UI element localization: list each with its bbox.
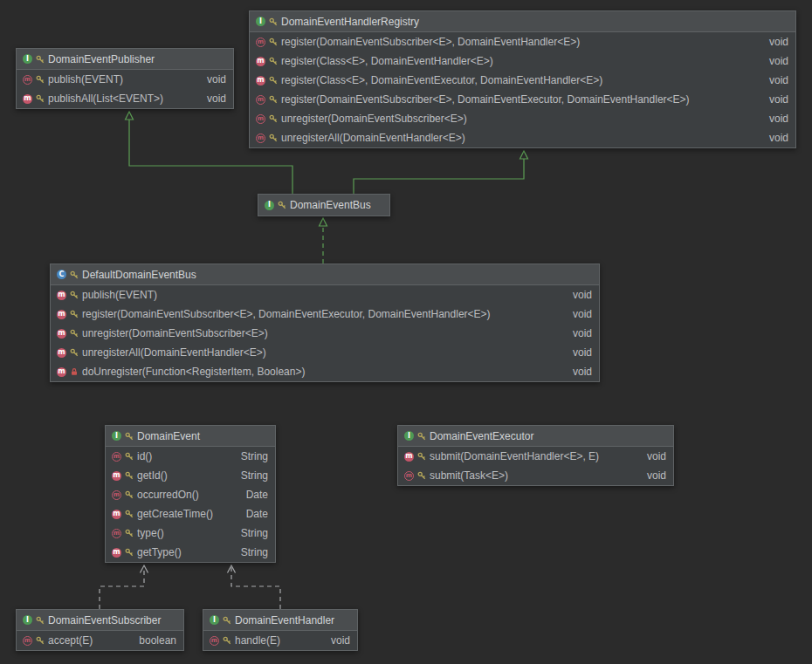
- member-signature: handle(E): [235, 634, 280, 647]
- abstract-method-icon: m: [404, 471, 414, 481]
- node-header[interactable]: IDomainEventExecutor: [398, 426, 673, 447]
- node-header[interactable]: IDomainEventHandler: [203, 610, 357, 631]
- member-signature: getId(): [137, 469, 168, 482]
- uml-node-domain-event-executor[interactable]: IDomainEventExecutormsubmit(DomainEventH…: [397, 425, 674, 486]
- node-body: mid()StringmgetId()StringmoccurredOn()Da…: [106, 447, 275, 562]
- public-key-icon: [125, 510, 134, 518]
- member-row[interactable]: mpublish(EVENT)void: [17, 70, 233, 89]
- method-icon: m: [57, 291, 66, 300]
- member-return-type: void: [322, 634, 350, 647]
- member-row[interactable]: munregisterAll(DomainEventHandler<E>)voi…: [51, 343, 599, 362]
- public-key-icon: [417, 452, 426, 461]
- member-row[interactable]: mpublishAll(List<EVENT>)void: [17, 89, 233, 108]
- interface-icon: I: [23, 615, 32, 625]
- method-icon: m: [57, 367, 66, 377]
- member-return-type: void: [638, 469, 666, 482]
- method-icon: m: [404, 452, 414, 462]
- public-key-icon: [223, 616, 231, 625]
- member-row[interactable]: munregister(DomainEventSubscriber<E>)voi…: [250, 109, 795, 128]
- diagram-canvas[interactable]: IDomainEventPublishermpublish(EVENT)void…: [0, 0, 812, 664]
- public-key-icon: [125, 548, 134, 557]
- member-signature: accept(E): [48, 634, 93, 647]
- node-body: msubmit(DomainEventHandler<E>, E)voidmsu…: [398, 447, 673, 485]
- node-header[interactable]: IDomainEvent: [106, 426, 275, 447]
- member-signature: publish(EVENT): [82, 289, 157, 301]
- member-row[interactable]: mgetId()String: [106, 466, 275, 485]
- node-title: DomainEventExecutor: [430, 430, 533, 442]
- member-signature: getCreateTime(): [137, 508, 213, 520]
- node-header[interactable]: IDomainEventPublisher: [17, 49, 233, 70]
- abstract-method-icon: m: [256, 133, 265, 143]
- class-icon: C: [57, 270, 66, 279]
- member-signature: unregisterAll(DomainEventHandler<E>): [82, 346, 266, 359]
- member-row[interactable]: maccept(E)boolean: [17, 631, 183, 650]
- member-signature: type(): [137, 527, 164, 539]
- member-return-type: void: [760, 93, 788, 106]
- node-body: mregister(DomainEventSubscriber<E>, Doma…: [250, 32, 795, 147]
- uml-node-domain-event-subscriber[interactable]: IDomainEventSubscribermaccept(E)boolean: [16, 609, 184, 651]
- member-row[interactable]: moccurredOn()Date: [106, 485, 275, 504]
- method-icon: m: [57, 329, 66, 339]
- member-return-type: void: [564, 346, 592, 359]
- uml-node-domain-event-handler-registry[interactable]: IDomainEventHandlerRegistrymregister(Dom…: [249, 10, 796, 148]
- member-return-type: void: [564, 327, 592, 339]
- interface-icon: I: [256, 17, 265, 26]
- node-header[interactable]: IDomainEventBus: [258, 195, 389, 216]
- member-row[interactable]: mpublish(EVENT)void: [51, 285, 599, 305]
- node-body: maccept(E)boolean: [17, 631, 183, 650]
- member-row[interactable]: msubmit(DomainEventHandler<E>, E)void: [398, 447, 673, 466]
- node-header[interactable]: IDomainEventHandlerRegistry: [250, 11, 795, 32]
- member-row[interactable]: msubmit(Task<E>)void: [398, 466, 673, 485]
- public-key-icon: [223, 636, 231, 645]
- member-row[interactable]: mregister(DomainEventSubscriber<E>, Doma…: [250, 32, 795, 51]
- member-row[interactable]: mregister(DomainEventSubscriber<E>, Doma…: [51, 305, 599, 324]
- member-signature: occurredOn(): [137, 489, 199, 501]
- node-title: DomainEventHandler: [235, 614, 334, 626]
- interface-icon: I: [210, 615, 219, 625]
- node-body: mpublish(EVENT)voidmregister(DomainEvent…: [51, 285, 599, 381]
- member-return-type: String: [232, 546, 268, 558]
- abstract-method-icon: m: [112, 529, 121, 538]
- member-row[interactable]: mgetType()String: [106, 543, 275, 562]
- member-row[interactable]: mtype()String: [106, 524, 275, 543]
- public-key-icon: [269, 133, 278, 142]
- member-row[interactable]: munregisterAll(DomainEventHandler<E>)voi…: [250, 128, 795, 147]
- public-key-icon: [269, 57, 278, 65]
- member-signature: doUnregister(Function<RegisterItem, Bool…: [82, 366, 305, 378]
- member-return-type: void: [760, 113, 788, 125]
- node-header[interactable]: IDomainEventSubscriber: [17, 610, 183, 631]
- member-row[interactable]: mregister(Class<E>, DomainEventExecutor,…: [250, 71, 795, 90]
- uml-node-domain-event-handler[interactable]: IDomainEventHandlermhandle(E)void: [203, 609, 358, 651]
- public-key-icon: [70, 291, 79, 299]
- uml-node-default-domain-event-bus[interactable]: CDefaultDomainEventBusmpublish(EVENT)voi…: [50, 264, 600, 382]
- node-title: DomainEventBus: [290, 199, 371, 211]
- member-row[interactable]: mregister(Class<E>, DomainEventHandler<E…: [250, 51, 795, 71]
- member-row[interactable]: munregister(DomainEventSubscriber<E>)voi…: [51, 324, 599, 343]
- member-return-type: String: [232, 527, 268, 539]
- member-return-type: void: [564, 366, 592, 378]
- public-key-icon: [417, 432, 426, 441]
- node-header[interactable]: CDefaultDomainEventBus: [51, 264, 599, 285]
- public-key-icon: [269, 38, 278, 46]
- interface-icon: I: [404, 431, 414, 441]
- node-title: DomainEvent: [137, 430, 200, 442]
- member-row[interactable]: mid()String: [106, 447, 275, 466]
- abstract-method-icon: m: [256, 95, 265, 105]
- member-row[interactable]: mhandle(E)void: [203, 631, 357, 650]
- public-key-icon: [36, 616, 45, 625]
- method-icon: m: [112, 471, 121, 481]
- uml-node-domain-event-publisher[interactable]: IDomainEventPublishermpublish(EVENT)void…: [16, 48, 234, 109]
- member-signature: submit(DomainEventHandler<E>, E): [430, 450, 599, 462]
- public-key-icon: [70, 348, 79, 357]
- private-lock-icon: [70, 367, 79, 376]
- edge-domaineventhandler-dependency-domainevent: [231, 565, 280, 609]
- uml-node-domain-event[interactable]: IDomainEventmid()StringmgetId()Stringmoc…: [105, 425, 276, 563]
- member-row[interactable]: mregister(DomainEventSubscriber<E>, Doma…: [250, 90, 795, 109]
- member-row[interactable]: mgetCreateTime()Date: [106, 504, 275, 524]
- member-return-type: void: [198, 92, 226, 105]
- member-signature: id(): [137, 450, 152, 462]
- public-key-icon: [125, 471, 134, 480]
- abstract-method-icon: m: [112, 452, 121, 462]
- member-row[interactable]: mdoUnregister(Function<RegisterItem, Boo…: [51, 362, 599, 381]
- uml-node-domain-event-bus[interactable]: IDomainEventBus: [258, 194, 390, 216]
